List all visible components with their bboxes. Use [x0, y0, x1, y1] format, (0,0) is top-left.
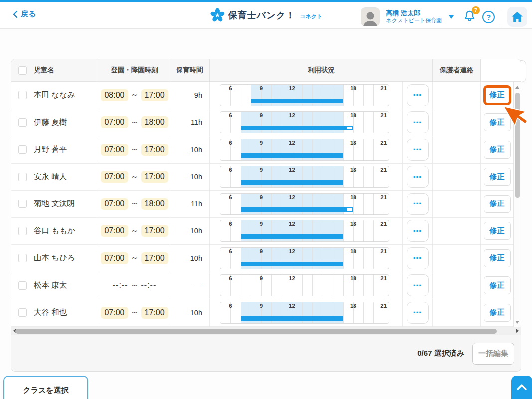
timeline-gridline: [333, 275, 333, 296]
user-info[interactable]: 高橋 浩太郎 ネクストビート保育園: [386, 9, 442, 24]
timeline-gridline: [373, 248, 374, 269]
timeline-gridline: [363, 248, 364, 269]
time-in[interactable]: 08:00: [101, 89, 128, 101]
time-out[interactable]: 18:00: [141, 116, 168, 128]
time-in[interactable]: 07:00: [101, 144, 128, 156]
more-options-button[interactable]: ⋯: [407, 247, 429, 269]
more-options-button[interactable]: ⋯: [407, 193, 429, 215]
time-out[interactable]: 17:00: [141, 252, 168, 264]
attendance-bar: [241, 126, 346, 130]
scroll-down-arrow-icon[interactable]: [515, 321, 519, 324]
row-checkbox[interactable]: [18, 281, 27, 290]
user-menu-caret-icon[interactable]: [449, 15, 454, 19]
times-cell: 07:00 ～ 17:00: [99, 136, 170, 163]
usage-timeline: 69121821: [220, 84, 389, 106]
time-out[interactable]: 17:00: [141, 144, 168, 156]
edit-button[interactable]: 修正: [484, 86, 511, 104]
timeline-hour-label: 12: [289, 167, 295, 173]
edit-button[interactable]: 修正: [484, 168, 511, 186]
timeline-hour-label: 6: [229, 275, 232, 281]
child-name: 山本 ちひろ: [34, 253, 75, 263]
care-hours-value: 10h: [190, 146, 202, 154]
time-in[interactable]: 07:00: [101, 307, 128, 319]
time-in[interactable]: 07:00: [101, 116, 128, 128]
time-in[interactable]: 07:00: [101, 198, 128, 210]
edit-cell: 修正: [481, 272, 513, 299]
timeline-gridline: [241, 275, 241, 296]
row-checkbox[interactable]: [18, 227, 27, 235]
time-out[interactable]: --:--: [141, 281, 157, 290]
help-button[interactable]: ?: [482, 11, 495, 23]
tilde-separator: ～: [131, 226, 139, 236]
edit-button[interactable]: 修正: [484, 195, 511, 213]
timeline-gridline: [363, 302, 364, 323]
times-cell: 07:00 ～ 18:00: [99, 191, 170, 217]
ellipsis-icon: ⋯: [413, 307, 422, 318]
more-cell: ⋯: [403, 245, 433, 272]
care-hours-value: 10h: [190, 227, 202, 235]
header-user-area: 高橋 浩太郎 ネクストビート保育園 7 ?: [361, 7, 527, 27]
class-select-button[interactable]: クラスを選択: [3, 376, 88, 399]
row-checkbox[interactable]: [18, 118, 27, 127]
care-hours-cell: 10h: [170, 136, 210, 163]
edit-cell: 修正: [481, 109, 513, 136]
time-out[interactable]: 18:00: [141, 198, 168, 210]
col-contact-label: 保護者連絡: [440, 66, 474, 75]
edit-button[interactable]: 修正: [484, 249, 511, 267]
back-button[interactable]: 戻る: [12, 9, 36, 19]
table-row: 松本 康太 --:-- ～ --:-- — 69121821 ⋯ 修正: [11, 272, 521, 300]
more-options-button[interactable]: ⋯: [407, 139, 429, 161]
usage-cell: 69121821: [210, 82, 403, 109]
child-name: 本田 ななみ: [34, 90, 75, 100]
child-name: 大谷 和也: [34, 307, 67, 318]
row-checkbox[interactable]: [18, 200, 27, 208]
scroll-right-arrow-icon[interactable]: [516, 329, 519, 333]
vertical-scroll-thumb[interactable]: [515, 93, 520, 198]
select-all-checkbox[interactable]: [18, 66, 27, 75]
time-in[interactable]: 07:00: [101, 252, 128, 264]
time-out[interactable]: 17:00: [141, 89, 168, 101]
time-in[interactable]: --:--: [113, 281, 128, 290]
edit-cell: 修正: [481, 191, 513, 217]
edit-button[interactable]: 修正: [484, 141, 511, 159]
more-options-button[interactable]: ⋯: [407, 111, 429, 133]
more-options-button[interactable]: ⋯: [407, 166, 429, 188]
time-out[interactable]: 17:00: [141, 307, 168, 319]
horizontal-scrollbar[interactable]: [11, 327, 521, 335]
row-checkbox[interactable]: [18, 173, 27, 181]
more-options-button[interactable]: ⋯: [407, 302, 429, 324]
edit-button[interactable]: 修正: [484, 222, 511, 240]
scroll-to-top-button[interactable]: [511, 376, 532, 399]
scroll-up-arrow-icon[interactable]: [515, 86, 519, 89]
time-in[interactable]: 07:00: [101, 171, 128, 183]
avatar[interactable]: [361, 7, 380, 26]
row-checkbox[interactable]: [18, 308, 27, 317]
more-options-button[interactable]: ⋯: [407, 220, 429, 242]
bulk-edit-label: 一括編集: [478, 349, 508, 358]
child-name: 月野 蒼平: [34, 144, 67, 155]
home-button[interactable]: [507, 7, 527, 27]
notifications-button[interactable]: 7: [463, 9, 476, 25]
timeline-hour-label: 9: [260, 221, 263, 227]
usage-timeline: 69121821: [220, 247, 389, 269]
parent-contact-cell: [433, 272, 481, 299]
time-in[interactable]: 07:00: [101, 225, 128, 237]
row-checkbox[interactable]: [18, 254, 27, 262]
bulk-edit-button[interactable]: 一括編集: [472, 343, 514, 365]
edit-button[interactable]: 修正: [484, 113, 511, 131]
row-checkbox[interactable]: [18, 145, 27, 154]
row-checkbox[interactable]: [18, 91, 27, 99]
more-options-button[interactable]: ⋯: [407, 84, 429, 106]
parent-contact-cell: [433, 136, 481, 163]
time-out[interactable]: 17:00: [141, 225, 168, 237]
col-hours-label: 保育時間: [177, 66, 203, 75]
more-cell: ⋯: [403, 218, 433, 245]
vertical-scrollbar[interactable]: [513, 82, 521, 327]
horizontal-scroll-thumb[interactable]: [15, 329, 497, 334]
edit-cell: 修正: [481, 136, 513, 163]
ellipsis-icon: ⋯: [413, 199, 422, 209]
edit-button[interactable]: 修正: [484, 304, 511, 322]
more-options-button[interactable]: ⋯: [407, 274, 429, 296]
time-out[interactable]: 17:00: [141, 171, 168, 183]
edit-button[interactable]: 修正: [484, 276, 511, 294]
